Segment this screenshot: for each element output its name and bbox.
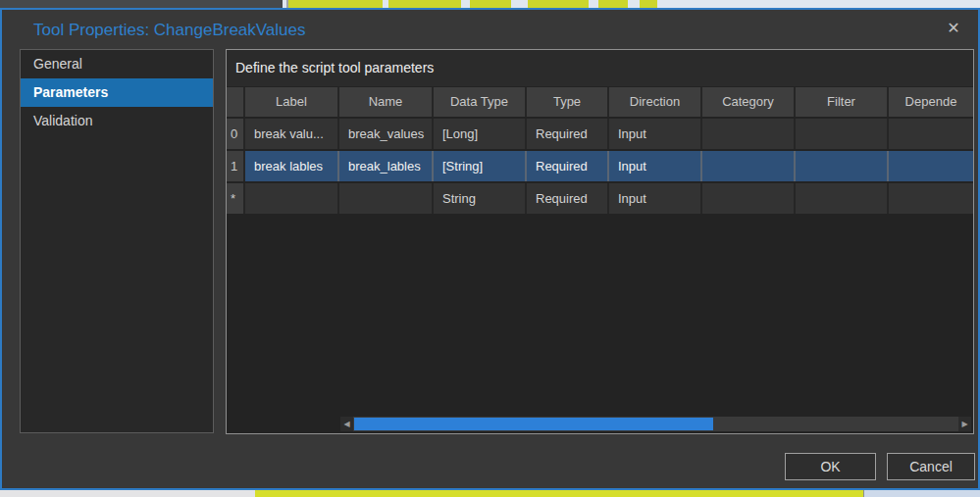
cell-data-type[interactable]: String xyxy=(434,183,527,214)
cell-type[interactable]: Required xyxy=(527,119,609,149)
parameters-panel: Define the script tool parameters Label … xyxy=(226,49,974,434)
close-icon[interactable]: ✕ xyxy=(943,18,964,39)
column-header-dependency[interactable]: Depende xyxy=(889,87,973,117)
cell-dependency[interactable] xyxy=(889,183,973,214)
column-header-name[interactable]: Name xyxy=(339,87,434,117)
cell-direction[interactable]: Input xyxy=(609,119,702,149)
cell-label[interactable]: break lables xyxy=(245,151,339,181)
dialog-title: Tool Properties: ChangeBreakValues xyxy=(33,21,306,40)
column-header-type[interactable]: Type xyxy=(527,87,609,117)
column-header-label[interactable]: Label xyxy=(245,87,339,117)
cell-dependency[interactable] xyxy=(889,119,973,149)
cell-data-type[interactable]: [String] xyxy=(434,151,527,181)
column-header-gutter xyxy=(227,87,245,117)
table-row-selected[interactable]: 1 break lables break_lables [String] Req… xyxy=(227,151,973,181)
map-shape xyxy=(255,490,864,497)
column-header-data-type[interactable]: Data Type xyxy=(434,87,527,117)
row-number[interactable]: * xyxy=(227,183,245,214)
cell-name[interactable]: break_lables xyxy=(339,151,434,181)
cell-label[interactable] xyxy=(245,183,339,214)
dialog-sidebar: General Parameters Validation xyxy=(20,49,214,433)
panel-caption: Define the script tool parameters xyxy=(227,50,973,86)
cell-direction[interactable]: Input xyxy=(609,183,702,214)
scroll-right-icon[interactable]: ▶ xyxy=(958,417,971,431)
sidebar-item-parameters[interactable]: Parameters xyxy=(21,78,213,107)
horizontal-scrollbar[interactable]: ◀ ▶ xyxy=(340,417,971,431)
cell-filter[interactable] xyxy=(796,119,889,149)
cancel-button[interactable]: Cancel xyxy=(887,453,975,480)
cell-category[interactable] xyxy=(702,183,796,214)
table-row-new[interactable]: * String Required Input xyxy=(227,183,973,214)
column-header-filter[interactable]: Filter xyxy=(796,87,889,117)
cell-data-type[interactable]: [Long] xyxy=(434,119,527,149)
cell-type[interactable]: Required xyxy=(527,151,609,181)
column-header-direction[interactable]: Direction xyxy=(609,87,702,117)
row-number[interactable]: 0 xyxy=(227,119,245,149)
cell-name[interactable]: break_values xyxy=(339,119,434,149)
scroll-left-icon[interactable]: ◀ xyxy=(340,417,353,431)
cell-name[interactable] xyxy=(339,183,434,214)
scrollbar-track[interactable] xyxy=(353,417,958,431)
column-header-category[interactable]: Category xyxy=(702,87,796,117)
scrollbar-thumb[interactable] xyxy=(354,418,713,430)
table-header-row: Label Name Data Type Type Direction Cate… xyxy=(227,87,973,117)
cell-label[interactable]: break valu... xyxy=(245,119,339,149)
map-shape xyxy=(864,490,980,497)
tool-properties-dialog: Tool Properties: ChangeBreakValues ✕ Gen… xyxy=(0,8,980,490)
cell-filter[interactable] xyxy=(796,183,889,214)
sidebar-item-general[interactable]: General xyxy=(21,50,213,78)
cell-filter[interactable] xyxy=(796,151,889,181)
row-number[interactable]: 1 xyxy=(227,151,245,181)
cell-category[interactable] xyxy=(702,151,796,181)
map-background-bottom xyxy=(0,490,980,497)
table-row[interactable]: 0 break valu... break_values [Long] Requ… xyxy=(227,119,973,149)
cell-category[interactable] xyxy=(702,119,796,149)
cell-dependency[interactable] xyxy=(889,151,973,181)
ok-button[interactable]: OK xyxy=(785,453,876,480)
cell-direction[interactable]: Input xyxy=(609,151,702,181)
cell-type[interactable]: Required xyxy=(527,183,609,214)
sidebar-item-validation[interactable]: Validation xyxy=(21,107,213,135)
